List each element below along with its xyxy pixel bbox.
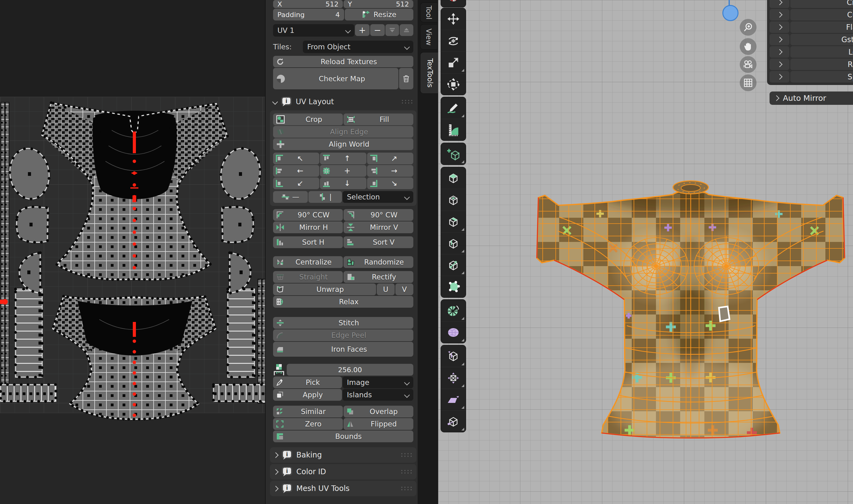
annotate-tool[interactable] [441,97,466,119]
add-cube-tool[interactable] [441,143,466,165]
bevel-tool[interactable] [441,211,466,232]
edge-slide-tool[interactable] [441,345,466,367]
align-world-button[interactable]: Align World [273,138,413,150]
resize-button[interactable]: Resize [345,9,413,20]
subpanel-row[interactable]: Cir [769,0,853,8]
3d-viewport[interactable]: Cir Cu Fla Gstr Lo Re Sp Auto Mirror [438,0,853,504]
mirror-v-button[interactable]: Mirror V [343,221,413,233]
tiles-select[interactable]: From Object [303,41,413,53]
collapsed-chevron-icon[interactable] [769,46,789,58]
uv-map-remove-button[interactable]: − [370,24,385,36]
apply-mode-select[interactable]: Islands [342,389,413,401]
subpanel-row[interactable]: Re [769,59,853,70]
delete-checker-button[interactable] [399,68,413,89]
transform-tool[interactable] [441,73,466,95]
crop-button[interactable]: Crop [273,113,343,125]
edge-peel-button[interactable]: Edge Peel [273,329,413,341]
select-bounds-button[interactable]: Bounds [273,431,413,442]
texel-density-field[interactable]: 256.00 [287,364,413,376]
align-edge-button[interactable]: Align Edge [273,126,413,138]
uv-map-add-button[interactable]: + [355,24,370,36]
tab-textools[interactable]: TexTools [420,52,440,94]
shear-tool[interactable] [441,389,466,410]
ortho-toggle-button[interactable] [740,74,757,91]
pan-button[interactable] [740,38,757,55]
collapsed-chevron-icon[interactable] [769,34,789,45]
subpanel-row[interactable]: Sp [769,71,853,83]
rectify-button[interactable]: Rectify [343,271,413,283]
inset-tool[interactable] [441,189,466,211]
zoom-button[interactable] [740,19,757,36]
align-top-button[interactable]: ↑ [320,152,366,164]
unwrap-v-button[interactable]: V [395,284,413,295]
tab-view[interactable]: View [420,24,437,50]
size-x-field[interactable]: X 512 [273,0,343,8]
collapsed-chevron-icon[interactable] [769,9,789,20]
mirror-h-button[interactable]: Mirror H [273,221,343,233]
subpanel-row[interactable]: Lo [769,46,853,58]
align-bottom-right-button[interactable]: ↘ [367,177,413,189]
select-similar-button[interactable]: Similar [273,406,343,417]
iron-faces-button[interactable]: Iron Faces [273,342,413,357]
align-top-left-button[interactable]: ↖ [273,152,319,164]
align-right-button[interactable]: → [367,165,413,177]
pick-button[interactable]: Pick [273,377,342,388]
baking-panel-header[interactable]: i Baking [270,447,416,463]
select-overlap-button[interactable]: Overlap [343,406,413,417]
select-zero-button[interactable]: Zero [273,418,343,430]
distribute-v-button[interactable]: | [308,191,342,203]
rip-region-tool[interactable] [441,410,466,432]
rotate-tool[interactable] [441,30,466,52]
subpanel-row[interactable]: Gstr [769,34,853,45]
orbit-gizmo-axis-ball[interactable] [722,5,739,21]
move-tool[interactable] [441,8,466,30]
rotate-90-cw-button[interactable]: 90° CW [343,209,413,221]
align-left-button[interactable]: ← [273,165,319,177]
align-bottom-left-button[interactable]: ↙ [273,177,319,189]
select-flipped-button[interactable]: Flipped [343,418,413,430]
loop-cut-tool[interactable] [441,232,466,254]
knife-tool[interactable] [441,254,466,276]
padding-field[interactable]: Padding 4 [273,9,344,20]
auto-mirror-panel-header[interactable]: Auto Mirror [769,91,853,105]
unwrap-u-button[interactable]: U [377,284,395,295]
shrink-fatten-tool[interactable] [441,367,466,389]
collapsed-chevron-icon[interactable] [769,0,789,8]
uv-map-move-down-button[interactable] [399,24,413,36]
extrude-tool[interactable] [441,167,466,189]
sort-h-button[interactable]: Sort H [273,236,343,248]
reload-textures-button[interactable]: Reload Textures [273,56,413,67]
distribute-h-button[interactable]: — [273,191,308,203]
uv-layout-panel-header[interactable]: i UV Layout [273,96,413,107]
relax-button[interactable]: Relax [273,296,413,308]
collapsed-chevron-icon[interactable] [769,21,789,33]
apply-button[interactable]: Apply [273,389,342,401]
sort-v-button[interactable]: Sort V [343,236,413,248]
unwrap-button[interactable]: Unwrap [273,284,376,295]
mesh-uv-tools-panel-header[interactable]: i Mesh UV Tools [270,481,416,496]
centralize-button[interactable]: Centralize [273,256,343,268]
align-center-button[interactable]: + [320,165,366,177]
camera-view-button[interactable] [740,56,757,73]
align-bottom-button[interactable]: ↓ [320,177,366,189]
tab-tool[interactable]: Tool [420,2,437,22]
subpanel-row[interactable]: Fla [769,21,853,33]
randomize-button[interactable]: Randomize [343,256,413,268]
spin-tool[interactable] [441,300,466,321]
scale-tool[interactable] [441,52,466,73]
distribute-mode-select[interactable]: Selection [342,191,413,203]
poly-build-tool[interactable] [441,276,466,298]
uv-map-select[interactable]: UV 1 [273,24,354,37]
align-top-right-button[interactable]: ↗ [367,152,413,164]
pick-mode-select[interactable]: Image [342,377,413,388]
stitch-button[interactable]: Stitch [273,317,413,329]
color-id-panel-header[interactable]: i Color ID [270,464,416,480]
size-y-field[interactable]: Y 512 [343,0,413,8]
measure-tool[interactable] [441,119,466,141]
cursor-tool[interactable] [441,0,466,7]
collapsed-chevron-icon[interactable] [769,71,789,83]
straight-button[interactable]: Straight [273,271,343,283]
smooth-tool[interactable] [441,321,466,343]
collapsed-chevron-icon[interactable] [769,59,789,70]
uv-map-move-up-button[interactable] [385,24,399,36]
